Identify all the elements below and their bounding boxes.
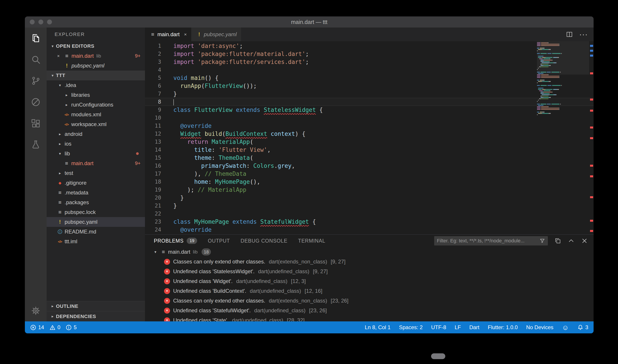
tree-item-readme-md[interactable]: iREADME.md [47,227,145,237]
close-icon[interactable]: × [184,32,187,37]
status-warn-count[interactable]: 0 [50,324,60,330]
code-line[interactable]: 11 @override [145,122,593,130]
code-token [201,130,205,137]
problem-item[interactable]: ×Classes can only extend other classes.d… [145,257,593,267]
status-devices[interactable]: No Devices [526,324,554,330]
code-token: StatefulWidget [260,218,309,225]
code-line[interactable]: 20 } [145,194,593,202]
problem-item[interactable]: ×Undefined class 'State'.dart(undefined_… [145,315,593,321]
tab-pubspec-yaml[interactable]: !pubspec.yaml [191,27,241,41]
code-line[interactable]: 6 runApp(FlutterView()); [145,82,593,90]
code-line[interactable]: 9class FlutterView extends StatelessWidg… [145,106,593,114]
tab-main-dart[interactable]: ≡main.dart× [145,27,191,41]
code-editor[interactable]: 1import 'dart:async';2import 'package:fl… [145,41,593,234]
code-line[interactable]: 17 ), // ThemeData [145,170,593,178]
code-line[interactable]: 5void main() { [145,74,593,82]
split-editor-icon[interactable] [566,31,573,38]
section-outline[interactable]: ▸OUTLINE [47,301,145,311]
code-line[interactable]: 19 ); // MaterialApp [145,186,593,194]
activity-settings[interactable] [25,300,47,321]
panel-tab-debug-console[interactable]: DEBUG CONSOLE [241,238,287,244]
problems-file-group[interactable]: ▾ ≡ main.dart lib 18 [145,247,593,257]
tree-item--idea[interactable]: ▾.idea [47,80,145,90]
sidebar-bottom-sections: ▸OUTLINE▸DEPENDENCIES [47,301,145,321]
status-language-mode[interactable]: Dart [469,324,479,330]
activity-debug-disabled[interactable] [25,91,47,113]
tree-item--metadata[interactable]: ≡.metadata [47,188,145,197]
tree-item--packages[interactable]: ≡.packages [47,197,145,207]
status-eol[interactable]: LF [455,324,461,330]
panel-tab-output[interactable]: OUTPUT [208,238,230,244]
minimap[interactable] [537,42,589,117]
code-line[interactable]: 24 @override [145,226,593,234]
status-feedback[interactable]: ☺ [562,325,569,330]
tree-item-runconfigurations[interactable]: ▸runConfigurations [47,100,145,110]
code-line[interactable]: 16 primarySwatch: Colors.grey, [145,162,593,170]
code-line[interactable]: 23class MyHomePage extends StatefulWidge… [145,218,593,226]
code-line[interactable]: 1import 'dart:async'; [145,42,593,50]
tree-item-ios[interactable]: ▸ios [47,139,145,149]
tree-item-lib[interactable]: ▾lib [47,149,145,158]
tree-item-ttt-iml[interactable]: </>ttt.iml [47,237,145,246]
code-line[interactable]: 3import 'package:flutter/services.dart'; [145,58,593,66]
problems-filter[interactable] [434,236,548,246]
status-indentation[interactable]: Spaces: 2 [399,324,423,330]
title-bar[interactable]: main.dart — ttt [25,16,593,27]
code-line[interactable]: 15 theme: ThemeData( [145,154,593,162]
code-line[interactable]: 18 home: MyHomePage(), [145,178,593,186]
tree-item-libraries[interactable]: ▸libraries [47,90,145,100]
tree-item--gitignore[interactable]: ◆.gitignore [47,178,145,188]
code-line[interactable]: 10 [145,114,593,122]
code-line[interactable]: 12 Widget build(BuildContext context) { [145,130,593,138]
problems-filter-input[interactable] [437,238,540,244]
activity-explorer[interactable] [25,27,47,49]
tree-item-android[interactable]: ▸android [47,129,145,139]
activity-extensions[interactable] [25,113,47,134]
close-panel-icon[interactable] [581,237,588,244]
status-notifications[interactable]: 3 [577,324,588,330]
activity-test[interactable] [25,134,47,155]
panel-tab-problems[interactable]: PROBLEMS19 [154,238,197,244]
problem-item[interactable]: ×Undefined class 'BuildContext'.dart(und… [145,286,593,296]
more-actions-icon[interactable]: ··· [579,32,588,37]
code-line[interactable]: 7} [145,90,593,98]
status-cursor-position[interactable]: Ln 8, Col 1 [365,324,390,330]
problem-item[interactable]: ×Classes can only extend other classes.d… [145,296,593,306]
section-dependencies[interactable]: ▸DEPENDENCIES [47,311,145,321]
status-info-count[interactable]: 5 [66,324,77,330]
minimize-window-button[interactable] [39,20,43,25]
status-flutter-version[interactable]: Flutter: 1.0.0 [488,324,518,330]
tree-item-pubspec-yaml[interactable]: !pubspec.yaml [47,217,145,227]
open-in-editor-icon[interactable] [554,237,561,244]
tree-item-modules-xml[interactable]: </>modules.xml [47,110,145,119]
open-editors-header[interactable]: ▾ OPEN EDITORS [47,41,145,51]
code-line[interactable]: 22 [145,210,593,218]
zoom-window-button[interactable] [47,20,52,25]
close-icon[interactable]: × [55,53,62,59]
code-line[interactable]: 8 [145,98,593,106]
problem-item[interactable]: ×Undefined class 'StatefulWidget'.dart(u… [145,306,593,315]
code-line[interactable]: 21} [145,202,593,210]
close-window-button[interactable] [30,20,35,25]
tree-item-main-dart[interactable]: ≡main.dart9+ [47,158,145,168]
activity-source-control[interactable] [25,70,47,91]
problem-item[interactable]: ×Undefined class 'StatelessWidget'.dart(… [145,267,593,276]
project-root-header[interactable]: ▾ TTT [47,71,145,80]
tree-item-test[interactable]: ▸test [47,168,145,178]
maximize-panel-icon[interactable] [568,237,575,244]
code-line[interactable]: 13 return MaterialApp( [145,138,593,146]
status-encoding[interactable]: UTF-8 [431,324,446,330]
code-line[interactable]: 4 [145,66,593,74]
panel-tab-terminal[interactable]: TERMINAL [298,238,325,244]
status-error-count[interactable]: 14 [30,324,44,330]
minimap-token [546,89,553,90]
problem-item[interactable]: ×Undefined class 'Widget'.dart(undefined… [145,276,593,286]
activity-search[interactable] [25,49,47,70]
open-editor-item[interactable]: !pubspec.yaml [47,61,145,71]
code-line[interactable]: 2import 'package:flutter/material.dart'; [145,50,593,58]
tree-item-workspace-xml[interactable]: </>workspace.xml [47,119,145,129]
text-cursor [173,99,174,105]
open-editor-item[interactable]: ×≡main.dartlib9+ [47,51,145,61]
code-line[interactable]: 14 title: 'Flutter View', [145,146,593,154]
tree-item-pubspec-lock[interactable]: ≡pubspec.lock [47,207,145,217]
